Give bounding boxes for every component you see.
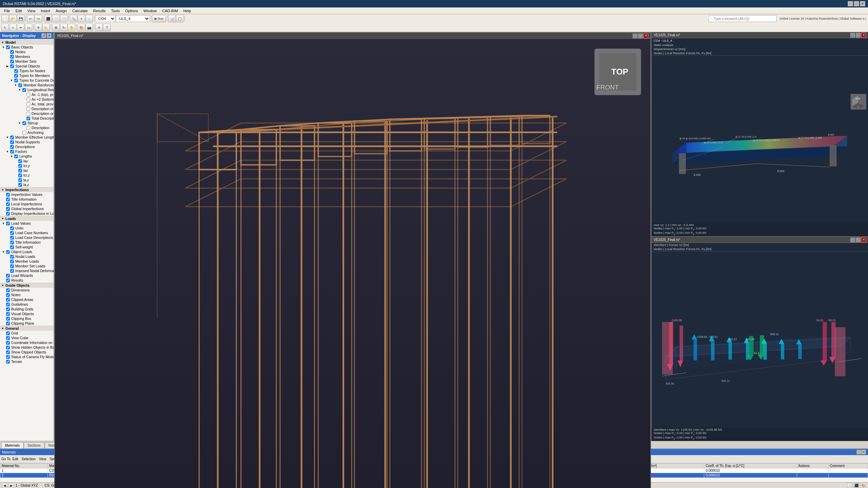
nav-clipped-areas[interactable]: Clipped Areas [0,297,54,302]
menu-tools[interactable]: Tools [108,8,122,14]
ax-bottom-cb[interactable] [26,98,30,101]
minimize-btn[interactable]: ─ [848,1,853,6]
menu-cadbim[interactable]: CAD-BIM [159,8,180,14]
nav-nodal-loads[interactable]: Nodal Loads [0,254,54,259]
loadcase-selector[interactable]: CO4 [95,15,116,22]
loadcase-desc-selector[interactable]: ULS_4 [116,15,150,22]
nav-members[interactable]: Members [0,54,54,59]
nav-stirrup[interactable]: ▼ Stirrup [0,121,54,125]
help-btn[interactable]: ? [103,24,111,31]
menu-insert[interactable]: Insert [38,8,53,14]
cf-cb[interactable] [6,355,10,359]
nav-load-values[interactable]: ▼ Load Values [0,221,54,226]
vp-close-btn[interactable]: ✕ [644,34,648,38]
li-cb[interactable] [6,202,10,206]
ci-cb[interactable] [6,341,10,345]
lw-cb[interactable] [6,274,10,278]
nav-member-set-loads[interactable]: Member Set Loads [0,264,54,268]
nav-lengths[interactable]: ▼ Lengths [0,154,54,159]
grid-cb[interactable] [6,331,10,335]
result-bottom-min[interactable]: ─ [850,238,855,242]
nav-lay[interactable]: lay [0,159,54,163]
types-members-cb[interactable] [14,74,18,78]
total-desc-cb[interactable] [26,117,30,120]
nav-display-imperf[interactable]: Display Imperfections in Load C... [0,211,54,216]
types-concrete-cb[interactable] [14,79,18,82]
nav-lc-numbers[interactable]: Load Case Numbers [0,230,54,235]
nav-lcrz[interactable]: lcr,z [0,173,54,178]
nav-lay2[interactable]: la,y [0,178,54,182]
nav-close-btn[interactable]: ✕ [47,33,52,38]
nav-imperfection-values[interactable]: Imperfection Values [0,192,54,197]
ac-total-cb[interactable] [26,102,30,106]
cb-cb[interactable] [6,317,10,321]
zoom-out-btn[interactable]: - [85,15,93,22]
dim-cb[interactable] [6,288,10,292]
nav-section-model[interactable]: ▼ Model [0,40,54,45]
zoom-in-btn[interactable]: + [78,15,85,22]
render-toggle-btn[interactable]: 🎨 [861,483,866,488]
nav-desc-2b[interactable]: Description on -2 B... [0,106,54,111]
nav-nodes[interactable]: Nodes [0,49,54,54]
status-prev-btn[interactable]: ◀ [2,483,7,488]
units-cb[interactable] [10,226,14,230]
model-canvas[interactable]: X Z Y TOP FRONT [55,39,650,488]
in-cb[interactable] [10,269,14,273]
member-btn[interactable]: ━ [17,24,24,31]
anchoring-cb[interactable] [22,131,26,135]
gl-cb[interactable] [6,303,10,306]
node-btn[interactable]: • [9,24,17,31]
ti-cb[interactable] [6,198,10,201]
open-btn[interactable]: 📂 [9,15,17,22]
vp-min-btn[interactable]: ─ [633,34,637,38]
nav-desc-2c[interactable]: Description on +2 C... [0,111,54,116]
desc-2c-cb[interactable] [26,112,30,116]
nav-basic-objects[interactable]: ▼ Basic Objects [0,45,54,49]
nav-types-members[interactable]: Types for Members [0,73,54,78]
render-btn[interactable]: 🎨 [78,24,85,31]
table-btn[interactable]: 📋 [176,15,183,22]
nav-clipping-plane[interactable]: Clipping Plane [0,321,54,326]
desc-2b-cb[interactable] [26,107,30,111]
eff-lengths-cb[interactable] [10,136,14,139]
ol-cb[interactable] [6,250,10,254]
view-3d-btn[interactable]: ⬛ [44,15,52,22]
result-bottom-max[interactable]: □ [856,238,861,242]
nav-view-cube[interactable]: View Cube [0,336,54,340]
member-reinf-cb[interactable] [18,83,22,87]
screenshot-btn[interactable]: 📷 [85,24,93,31]
laz-cb[interactable] [18,169,22,172]
nav-grid[interactable]: Grid [0,331,54,336]
result-top-max[interactable]: □ [856,33,861,38]
menu-results[interactable]: Results [91,8,108,14]
nav-clipping-box[interactable]: Clipping Box [0,316,54,321]
cp-cb[interactable] [6,322,10,325]
ml-cb[interactable] [10,260,14,263]
lcry-cb[interactable] [18,164,22,168]
nav-imposed-nodal[interactable]: Imposed Nodal Deformatio... [0,268,54,273]
members-cb[interactable] [10,55,14,59]
status-next-btn[interactable]: ▶ [9,483,14,488]
basic-objects-cb[interactable] [6,45,10,49]
wireframe-btn[interactable]: ⬜ [847,483,852,488]
vc-cb[interactable] [6,336,10,340]
nav-load-wizards[interactable]: Load Wizards [0,273,54,278]
undo-btn[interactable]: ↩ [27,15,34,22]
search-input[interactable] [709,15,776,22]
pan-btn[interactable]: ✋ [68,24,75,31]
result-bottom-close[interactable]: ✕ [861,238,866,242]
select-btn[interactable]: ↖ [1,24,9,31]
close-btn[interactable]: ✕ [860,1,865,6]
result-display-btn[interactable]: 📊 [168,15,176,22]
nav-results[interactable]: Results [0,278,54,283]
nav-member-loads[interactable]: Member Loads [0,259,54,264]
nav-dimensions[interactable]: Dimensions [0,288,54,292]
lay2-cb[interactable] [18,178,22,182]
iv-cb[interactable] [6,193,10,197]
laz2-cb[interactable] [18,183,22,187]
menu-window[interactable]: Window [141,8,159,14]
nav-terrain[interactable]: Terrain [0,359,54,364]
nav-coord-info[interactable]: Coordinate Information on Cu... [0,340,54,345]
lcrz-cb[interactable] [18,174,22,177]
lengths-cb[interactable] [14,155,18,158]
